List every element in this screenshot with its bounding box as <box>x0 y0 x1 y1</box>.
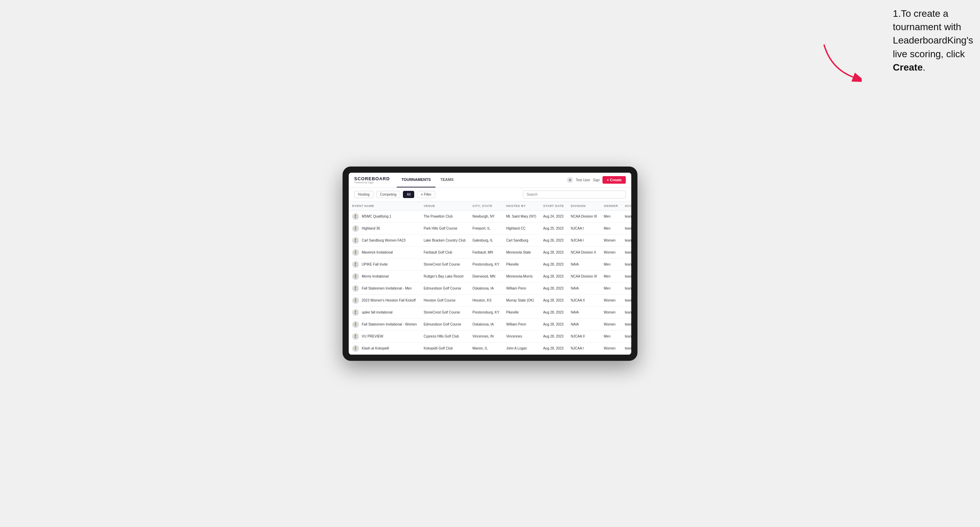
event-name: VU PREVIEW <box>362 335 383 338</box>
event-date: Aug 28, 2023 <box>540 318 568 330</box>
nav-tournaments[interactable]: TOURNAMENTS <box>397 173 436 187</box>
event-icon: 🏌 <box>352 309 359 316</box>
event-scoring: team, Stroke Play <box>621 342 631 354</box>
event-scoring: team, Stroke Play <box>621 258 631 270</box>
all-filter[interactable]: All <box>403 191 414 198</box>
event-date: Aug 25, 2023 <box>540 222 568 234</box>
event-name-cell: 🏌upike fall invitational <box>349 306 420 318</box>
table-row: 🏌UPIKE Fall InviteStoneCrest Golf Course… <box>349 258 631 270</box>
event-division: NCAA Division II <box>568 246 600 258</box>
event-icon: 🏌 <box>352 237 359 244</box>
event-icon: 🏌 <box>352 261 359 268</box>
event-date: Aug 28, 2023 <box>540 258 568 270</box>
column-header-division: DIVISION <box>568 202 600 211</box>
event-hosted: Carl Sandburg <box>503 234 540 246</box>
event-name-cell: 🏌Klash at Kokopelli <box>349 342 420 354</box>
table-row: 🏌2023 Women's Hesston Fall KickoffHessto… <box>349 294 631 306</box>
event-name-cell: 🏌Highland 36 <box>349 222 420 234</box>
event-hosted: Minnesota-Morris <box>503 270 540 283</box>
logo-sub: Powered by Clippi <box>354 181 390 184</box>
event-scoring: team, Stroke Play <box>621 234 631 246</box>
hosting-filter[interactable]: Hosting <box>354 191 374 198</box>
nav-teams[interactable]: TEAMS <box>436 173 458 187</box>
event-division: NAIA <box>568 306 600 318</box>
tablet-frame: SCOREBOARD Powered by Clippi TOURNAMENTS… <box>342 167 638 361</box>
column-header-venue: VENUE <box>420 202 469 211</box>
event-name: Highland 36 <box>362 227 380 230</box>
event-venue: Faribault Golf Club <box>420 246 469 258</box>
event-scoring: team, Stroke Play <box>621 246 631 258</box>
event-hosted: William Penn <box>503 318 540 330</box>
event-name-cell: 🏌MSMC Qualifying 1 <box>349 210 420 222</box>
event-name: Maverick Invitational <box>362 251 393 254</box>
navbar: SCOREBOARD Powered by Clippi TOURNAMENTS… <box>349 173 631 188</box>
tablet-screen: SCOREBOARD Powered by Clippi TOURNAMENTS… <box>349 173 631 355</box>
events-table-container: EVENT NAMEVENUECITY, STATEHOSTED BYSTART… <box>349 202 631 355</box>
event-hosted: Minnesota State <box>503 246 540 258</box>
search-input[interactable] <box>523 190 626 198</box>
event-gender: Men <box>600 330 622 342</box>
event-venue: Hesston Golf Course <box>420 294 469 306</box>
table-row: 🏌upike fall invitationalStoneCrest Golf … <box>349 306 631 318</box>
event-city: Galesburg, IL <box>469 234 503 246</box>
event-name-cell: 🏌Fall Statesmen Invitational - Men <box>349 283 420 294</box>
event-date: Aug 28, 2023 <box>540 306 568 318</box>
event-city: Oskaloosa, IA <box>469 283 503 294</box>
filter-bar: Hosting Competing All ≡ Filter <box>349 188 631 202</box>
event-name: Morris Invitational <box>362 275 388 278</box>
event-division: NJCAA II <box>568 330 600 342</box>
nav-links: TOURNAMENTS TEAMS <box>397 173 458 187</box>
logo-area: SCOREBOARD Powered by Clippi <box>354 176 390 184</box>
table-row: 🏌VU PREVIEWCypress Hills Golf ClubVincen… <box>349 330 631 342</box>
event-division: NAIA <box>568 283 600 294</box>
annotation-text: 1.To create a tournament with Leaderboar… <box>893 7 973 74</box>
event-name: UPIKE Fall Invite <box>362 262 388 266</box>
event-venue: Kokopelli Golf Club <box>420 342 469 354</box>
event-division: NAIA <box>568 258 600 270</box>
column-header-hosted-by: HOSTED BY <box>503 202 540 211</box>
table-row: 🏌Carl Sandburg Women FA23Lake Bracken Co… <box>349 234 631 246</box>
competing-filter[interactable]: Competing <box>376 191 400 198</box>
event-division: NJCAA I <box>568 234 600 246</box>
event-icon: 🏌 <box>352 333 359 340</box>
column-header-city--state: CITY, STATE <box>469 202 503 211</box>
event-name: Klash at Kokopelli <box>362 346 389 350</box>
event-icon: 🏌 <box>352 225 359 232</box>
event-division: NAIA <box>568 318 600 330</box>
event-name-cell: 🏌UPIKE Fall Invite <box>349 258 420 270</box>
event-hosted: Highland CC <box>503 222 540 234</box>
column-header-scoring: SCORING <box>621 202 631 211</box>
table-row: 🏌Highland 36Park Hills Golf CourseFreepo… <box>349 222 631 234</box>
event-name: 2023 Women's Hesston Fall Kickoff <box>362 298 415 302</box>
event-hosted: William Penn <box>503 283 540 294</box>
event-scoring: team, Stroke Play <box>621 222 631 234</box>
event-name-cell: 🏌Morris Invitational <box>349 270 420 283</box>
table-header-row: EVENT NAMEVENUECITY, STATEHOSTED BYSTART… <box>349 202 631 211</box>
event-hosted: Murray State (OK) <box>503 294 540 306</box>
event-name: Fall Statesmen Invitational - Women <box>362 322 417 326</box>
event-name: MSMC Qualifying 1 <box>362 214 391 218</box>
event-gender: Women <box>600 294 622 306</box>
event-city: Marion, IL <box>469 342 503 354</box>
filter-button[interactable]: ≡ Filter <box>417 191 435 198</box>
create-button[interactable]: + Create <box>603 176 626 184</box>
event-name-cell: 🏌VU PREVIEW <box>349 330 420 342</box>
event-division: NJCAA I <box>568 222 600 234</box>
arrow-icon <box>821 41 862 82</box>
event-hosted: Pikeville <box>503 258 540 270</box>
event-venue: Ruttger's Bay Lake Resort <box>420 270 469 283</box>
event-venue: Edmundson Golf Course <box>420 318 469 330</box>
settings-icon[interactable]: ⚙ <box>567 177 573 183</box>
event-city: Newburgh, NY <box>469 210 503 222</box>
event-date: Aug 28, 2023 <box>540 270 568 283</box>
event-hosted: Vincennes <box>503 330 540 342</box>
event-venue: StoneCrest Golf Course <box>420 258 469 270</box>
event-city: Deerwood, MN <box>469 270 503 283</box>
event-gender: Men <box>600 270 622 283</box>
event-venue: The Powelton Club <box>420 210 469 222</box>
event-icon: 🏌 <box>352 285 359 292</box>
event-icon: 🏌 <box>352 213 359 220</box>
event-icon: 🏌 <box>352 345 359 352</box>
event-division: NJCAA I <box>568 342 600 354</box>
event-gender: Women <box>600 306 622 318</box>
